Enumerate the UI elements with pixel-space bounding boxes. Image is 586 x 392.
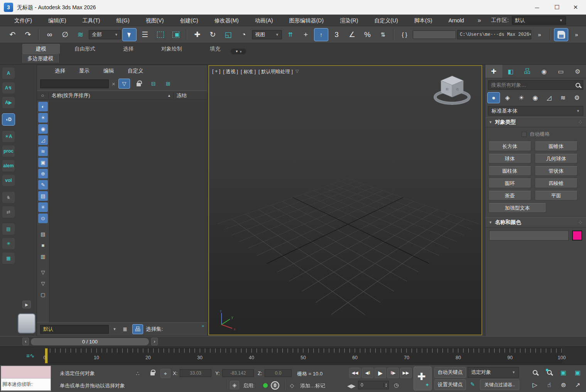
menu-item-7[interactable]: 动画(A) <box>247 15 281 26</box>
procedural-create-icon[interactable]: proc <box>2 145 15 157</box>
listener-macro-pane[interactable] <box>1 366 51 379</box>
selection-lock-icon[interactable] <box>147 368 157 377</box>
toolbar-overflow-chevron[interactable]: » <box>532 28 547 41</box>
enabled-indicator[interactable] <box>263 383 268 388</box>
category-spacewarps-icon[interactable]: ≋ <box>557 92 569 103</box>
object-type-button-3[interactable]: 几何球体 <box>535 154 578 163</box>
listener-label[interactable]: 脚本迷你侦听: <box>1 379 51 390</box>
viewport-menu-general[interactable]: [ + ] <box>212 69 220 75</box>
bones-filter-icon[interactable]: ✎ <box>38 180 48 190</box>
coordinate-gizmo-icon[interactable]: ⌖ <box>160 369 171 378</box>
explorer-overflow-chevron[interactable]: » <box>202 323 204 328</box>
category-systems-icon[interactable]: ⚙ <box>571 92 583 103</box>
tab-hierarchy[interactable]: 品 <box>519 65 536 78</box>
angle-snap-icon[interactable]: ∠ <box>345 28 359 41</box>
previous-key-icon[interactable]: ◀‖ <box>362 368 373 378</box>
blank-square-icon[interactable]: ■ <box>38 241 48 250</box>
shield-icon[interactable]: ◈ <box>230 381 239 389</box>
menu-item-1[interactable]: 编辑(E) <box>40 15 74 26</box>
ribbon-tab-0[interactable]: 建模 <box>22 44 60 54</box>
viewport-menu-standard[interactable]: [ 标准 ] <box>241 69 256 75</box>
autogrid-checkbox[interactable] <box>522 132 527 137</box>
expand-arrow-icon[interactable]: ▶ <box>22 301 31 308</box>
detail-view-icon[interactable]: ▥ <box>38 252 48 261</box>
containers-filter-icon[interactable]: ▤ <box>38 191 48 201</box>
set-key-button[interactable]: 设置关键点 <box>434 379 466 390</box>
alembic-create-icon[interactable]: alem <box>2 160 15 172</box>
object-type-button-0[interactable]: 长方体 <box>488 141 531 151</box>
object-name-input[interactable] <box>489 230 569 241</box>
search-all-objects-field[interactable]: 搜索所有对象… <box>488 80 583 90</box>
active-layer-dropdown[interactable]: 默认 <box>40 325 109 334</box>
object-type-button-9[interactable]: 平面 <box>535 191 578 200</box>
frozen-column-header[interactable]: 冻结 <box>173 92 207 99</box>
subcategory-dropdown[interactable]: 标准基本体 ▼ <box>488 106 583 116</box>
select-link-icon[interactable]: ∞ <box>42 28 57 41</box>
viewport-menu-pov[interactable]: [ 透视 ] <box>223 69 238 75</box>
operators-window-icon[interactable]: ▦ <box>2 252 15 264</box>
geometry-filter-icon[interactable]: ◐ <box>38 102 48 111</box>
object-type-button-7[interactable]: 四棱锥 <box>535 178 578 188</box>
name-color-rollout-header[interactable]: ▼ 名称和颜色 ⁘ <box>485 217 586 227</box>
explorer-menu-2[interactable]: 编辑 <box>96 67 121 74</box>
category-helpers-icon[interactable]: ◿ <box>543 92 556 103</box>
tab-modify[interactable]: ◧ <box>502 65 519 78</box>
lock-icon[interactable] <box>133 79 145 89</box>
maximize-viewport-icon[interactable]: ↗ <box>571 379 585 391</box>
previous-frame-icon[interactable]: ‹ <box>22 338 29 345</box>
menu-item-0[interactable]: 文件(F) <box>6 15 40 26</box>
redo-icon[interactable]: ↷ <box>21 28 35 41</box>
tab-motion[interactable]: ◉ <box>536 65 553 78</box>
current-frame-spinner[interactable]: 0 ▲▼ <box>358 381 389 389</box>
key-mode-dropdown[interactable]: 选定对象 ▼ <box>468 367 519 378</box>
arnold-render-sequence-icon[interactable]: A▶ <box>2 96 15 109</box>
reference-coordinate-dropdown[interactable]: 视图 ▼ <box>252 30 282 39</box>
time-slider-handle[interactable]: 0 / 100 <box>30 338 149 346</box>
save-file-icon[interactable] <box>554 28 568 41</box>
project-folder-dropdown[interactable]: C:\Users\me···ds Max 2026 ▼ <box>457 30 531 39</box>
key-path-icon[interactable]: ✎ <box>468 380 478 389</box>
x-coordinate-field[interactable]: 33.03 <box>180 369 211 377</box>
percent-snap-icon[interactable]: % <box>360 28 375 41</box>
object-type-button-2[interactable]: 球体 <box>488 154 531 163</box>
explorer-menu-0[interactable]: 选择 <box>48 67 72 74</box>
zoom-extents-all-icon[interactable]: ▣ <box>571 366 585 379</box>
key-mode-toggle-icon[interactable]: ◀▶ <box>347 381 355 390</box>
snap-toggle-icon[interactable]: ↑ <box>314 28 328 41</box>
tab-create[interactable]: + <box>485 65 502 78</box>
object-type-rollout-header[interactable]: ▼ 对象类型 ⁘ <box>485 117 586 127</box>
play-icon[interactable]: ▶ <box>375 368 386 378</box>
snaps-3d-icon[interactable]: 3 <box>329 28 344 41</box>
next-key-icon[interactable]: ‖▶ <box>387 368 399 378</box>
viewport-filter-icon[interactable]: ▽ <box>296 69 299 75</box>
helpers-filter-icon[interactable]: ◿ <box>38 135 48 145</box>
menu-item-5[interactable]: 创建(C) <box>172 15 206 26</box>
menu-item-3[interactable]: 组(G) <box>108 15 137 26</box>
undo-icon[interactable]: ↶ <box>5 28 20 41</box>
scene-object-list[interactable] <box>49 101 207 322</box>
select-object-icon[interactable] <box>122 28 137 41</box>
biped-filter-icon[interactable]: ✳ <box>38 202 48 212</box>
named-selection-sets-icon[interactable]: { } <box>397 28 412 41</box>
maxscript-mini-listener[interactable]: 脚本迷你侦听: <box>1 366 51 391</box>
next-frame-icon[interactable]: › <box>151 338 158 345</box>
arnold-flush-cache-icon[interactable]: A↯ <box>2 82 15 94</box>
color-column-icon[interactable]: ○ <box>37 93 49 98</box>
window-crossing-icon[interactable] <box>169 28 183 41</box>
menu-item-10[interactable]: 自定义(U) <box>366 15 406 26</box>
menu-item-6[interactable]: 修改器(M) <box>206 15 247 26</box>
layer-dropdown-caret[interactable]: ▼ <box>111 325 118 334</box>
object-type-button-4[interactable]: 圆柱体 <box>488 166 531 176</box>
filter-icon[interactable]: ▽ <box>118 79 130 89</box>
basket-icon[interactable]: ▢ <box>38 290 48 299</box>
object-type-button-6[interactable]: 圆环 <box>488 178 531 188</box>
named-selection-set-input[interactable] <box>413 30 456 39</box>
select-and-rotate-icon[interactable]: ↻ <box>206 28 220 41</box>
list-view-icon[interactable]: ▤ <box>38 229 48 239</box>
funnel-icon[interactable]: ▽ <box>38 268 48 277</box>
category-shapes-icon[interactable]: ◈ <box>501 92 514 103</box>
counter-badge[interactable]: 0 <box>271 381 279 390</box>
paw-tracks-icon[interactable]: ∴ <box>133 369 143 378</box>
object-type-button-1[interactable]: 圆锥体 <box>535 141 578 151</box>
object-type-button-5[interactable]: 管状体 <box>535 166 578 176</box>
